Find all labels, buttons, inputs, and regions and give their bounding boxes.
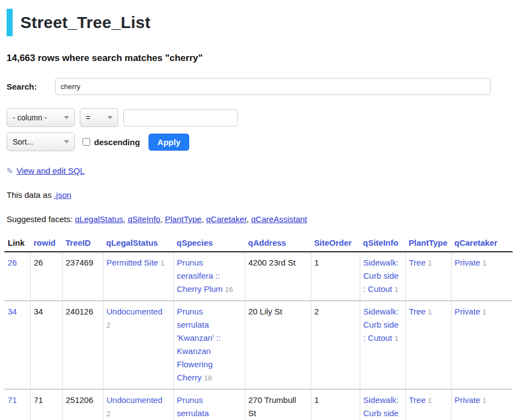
cell-treeid: 240126 <box>62 301 103 389</box>
facet-link-qlegalstatus[interactable]: qLegalStatus <box>75 214 123 224</box>
column-sort-link-siteorder[interactable]: SiteOrder <box>314 238 351 247</box>
cell-qcaretaker: Private 1 <box>451 252 513 301</box>
suggested-facets-line: Suggested facets: qLegalStatus, qSiteInf… <box>7 214 513 224</box>
cell-qlegalstatus-link[interactable]: Undocumented <box>107 307 163 316</box>
column-sort-link-qsiteinfo[interactable]: qSiteInfo <box>363 238 398 247</box>
facet-link-planttype[interactable]: PlantType <box>165 214 202 224</box>
sql-line: ✎ View and edit SQL <box>7 166 513 175</box>
table-row: 2626237469Permitted Site 1Prunus cerasif… <box>4 252 513 301</box>
facet-count: 1 <box>482 396 486 405</box>
facet-count: 1 <box>482 308 486 316</box>
cell-qcaretaker: Private 1 <box>451 301 513 389</box>
cell-planttype: Tree 1 <box>405 301 451 389</box>
column-header-qcaretaker: qCaretaker <box>451 236 513 252</box>
cell-qlegalstatus-link[interactable]: Undocumented <box>107 395 163 405</box>
cell-qsiteinfo-link[interactable]: Sidewalk: Curb side : Cutout <box>364 258 399 294</box>
column-select-wrap: - column - <box>7 108 75 127</box>
operator-select[interactable]: = <box>80 108 118 127</box>
cell-qspecies: Prunus cerasifera :: Cherry Plum 16 <box>173 252 245 301</box>
cell-planttype-link[interactable]: Tree <box>409 307 426 316</box>
column-header-planttype: PlantType <box>405 236 451 252</box>
row-link[interactable]: 71 <box>8 395 17 405</box>
page: Street_Tree_List 14,663 rows where searc… <box>0 9 517 420</box>
table-row: 7171251206Undocumented 2Prunus serrulata… <box>4 389 513 420</box>
facet-count: 1 <box>482 259 486 267</box>
row-count-summary: 14,663 rows where search matches "cherry… <box>7 53 513 64</box>
cell-rowid: 34 <box>30 301 62 389</box>
cell-qcaretaker-link[interactable]: Private <box>455 395 481 405</box>
json-link[interactable]: .json <box>54 190 72 200</box>
cell-siteorder: 1 <box>311 389 360 420</box>
row-link[interactable]: 26 <box>8 258 17 267</box>
row-link[interactable]: 34 <box>8 307 17 316</box>
search-label: Search: <box>7 82 55 91</box>
filter-value-input[interactable] <box>123 109 238 126</box>
cell-qsiteinfo: Sidewalk: Curb side : Cutout 1 <box>360 252 405 301</box>
page-header: Street_Tree_List <box>7 9 513 36</box>
column-sort-link-treeid[interactable]: TreeID <box>65 238 91 247</box>
cell-qlegalstatus-link[interactable]: Permitted Site <box>107 258 158 267</box>
apply-button[interactable]: Apply <box>148 134 189 151</box>
cell-planttype: Tree 1 <box>405 389 451 420</box>
cell-qlegalstatus: Permitted Site 1 <box>103 252 173 301</box>
facet-link-qcareassistant[interactable]: qCareAssistant <box>251 214 307 224</box>
cell-rowid: 26 <box>30 252 62 301</box>
facet-count: 1 <box>394 285 398 294</box>
facet-count: 18 <box>204 374 212 382</box>
column-sort-link-planttype[interactable]: PlantType <box>409 238 448 247</box>
column-header-siteorder: SiteOrder <box>311 236 360 252</box>
facets-prefix: Suggested facets: <box>7 214 73 224</box>
descending-label: descending <box>94 137 140 147</box>
search-input[interactable] <box>55 78 491 95</box>
column-header-treeid: TreeID <box>62 236 103 252</box>
column-sort-link-rowid[interactable]: rowid <box>34 238 56 247</box>
cell-qspecies-link[interactable]: Prunus serrulata 'Kwanzan' :: Kwanzan Fl… <box>177 395 221 420</box>
column-header-qsiteinfo: qSiteInfo <box>360 236 405 252</box>
facet-count: 1 <box>428 396 432 405</box>
cell-qsiteinfo-link[interactable]: Sidewalk: Curb side : Cutout <box>364 395 399 420</box>
sort-form: Sort... descending Apply <box>7 132 513 151</box>
facet-link-qcaretaker[interactable]: qCaretaker <box>206 214 246 224</box>
facet-link-qsiteinfo[interactable]: qSiteInfo <box>128 214 160 224</box>
table-row: 3434240126Undocumented 2Prunus serrulata… <box>4 301 513 389</box>
cell-qspecies: Prunus serrulata 'Kwanzan' :: Kwanzan Fl… <box>173 301 245 389</box>
facet-count: 1 <box>161 259 164 267</box>
cell-qspecies-link[interactable]: Prunus serrulata 'Kwanzan' :: Kwanzan Fl… <box>177 307 221 382</box>
cell-qcaretaker: Private 1 <box>451 389 513 420</box>
cell-qsiteinfo: Sidewalk: Curb side : Cutout 1 <box>360 301 405 389</box>
data-as-line: This data as .json <box>7 190 513 200</box>
cell-link: 34 <box>4 301 30 389</box>
column-sort-link-qaddress[interactable]: qAddress <box>248 238 286 247</box>
facet-count: 1 <box>428 259 432 267</box>
results-table: LinkrowidTreeIDqLegalStatusqSpeciesqAddr… <box>4 236 513 420</box>
cell-planttype-link[interactable]: Tree <box>409 258 426 267</box>
column-sort-link-qspecies[interactable]: qSpecies <box>177 238 213 247</box>
cell-rowid: 71 <box>30 389 62 420</box>
sort-select[interactable]: Sort... <box>7 132 75 151</box>
descending-checkbox[interactable] <box>82 138 90 146</box>
cell-planttype-link[interactable]: Tree <box>409 395 426 405</box>
cell-qcaretaker-link[interactable]: Private <box>455 258 481 267</box>
table-header-row: LinkrowidTreeIDqLegalStatusqSpeciesqAddr… <box>4 236 513 252</box>
cell-qlegalstatus: Undocumented 2 <box>103 301 173 389</box>
cell-qaddress: 270 Trumbull St <box>245 389 311 420</box>
cell-siteorder: 2 <box>311 301 360 389</box>
cell-treeid: 251206 <box>62 389 103 420</box>
cell-qsiteinfo-link[interactable]: Sidewalk: Curb side : Cutout <box>364 307 399 342</box>
column-header-link: Link <box>4 236 30 252</box>
column-sort-link-qlegalstatus[interactable]: qLegalStatus <box>106 238 158 247</box>
facet-count: 1 <box>394 334 398 342</box>
accent-bar <box>7 9 13 36</box>
column-select[interactable]: - column - <box>7 108 75 127</box>
search-form: Search: <box>7 78 513 95</box>
facet-count: 16 <box>225 285 233 294</box>
cell-link: 26 <box>4 252 30 301</box>
cell-qspecies-link[interactable]: Prunus cerasifera :: Cherry Plum <box>177 258 223 294</box>
cell-qaddress: 20 Lily St <box>245 301 311 389</box>
data-as-prefix: This data as <box>7 190 52 200</box>
view-edit-sql-link[interactable]: View and edit SQL <box>16 166 85 175</box>
column-sort-link-qcaretaker[interactable]: qCaretaker <box>454 238 497 247</box>
cell-qcaretaker-link[interactable]: Private <box>455 307 481 316</box>
column-header-qlegalstatus: qLegalStatus <box>103 236 173 252</box>
table-body: 2626237469Permitted Site 1Prunus cerasif… <box>4 252 513 420</box>
